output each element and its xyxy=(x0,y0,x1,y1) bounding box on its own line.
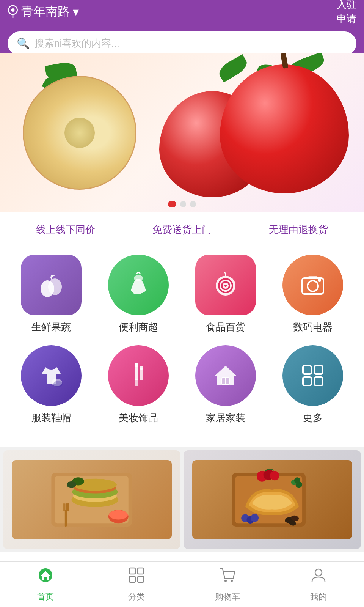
category-row-1: 生鲜果蔬 便利商超 食品百货 xyxy=(8,255,356,334)
category-label-digital: 数码电器 xyxy=(293,321,333,334)
promo-tags: 线上线下同价 免费送货上门 无理由退换货 xyxy=(0,212,364,247)
svg-rect-26 xyxy=(303,377,311,385)
category-label-more: 更多 xyxy=(303,411,323,425)
location-area[interactable]: 青年南路 ▾ xyxy=(8,3,79,20)
svg-point-64 xyxy=(231,580,233,582)
category-label-home: 家居家装 xyxy=(206,411,245,425)
search-icon: 🔍 xyxy=(17,37,30,50)
dot-2[interactable] xyxy=(180,201,186,207)
svg-point-4 xyxy=(48,278,62,295)
nav-profile[interactable]: 我的 xyxy=(273,566,364,602)
category-convenience[interactable]: 便利商超 xyxy=(100,255,176,334)
profile-icon xyxy=(310,566,327,588)
category-clothing[interactable]: 服装鞋帽 xyxy=(13,345,89,425)
register-button[interactable]: 入驻 申请 xyxy=(337,0,356,25)
category-food[interactable]: 食品百货 xyxy=(188,255,264,334)
category-icon-more xyxy=(282,345,343,406)
category-label-food: 食品百货 xyxy=(206,321,245,334)
category-icon-fresh xyxy=(21,255,82,315)
food-card-sandwich[interactable] xyxy=(3,450,180,549)
header: 青年南路 ▾ 入驻 申请 🔍 搜索ni喜欢的内容... xyxy=(0,0,364,53)
category-beauty[interactable]: 美妆饰品 xyxy=(100,345,176,425)
location-icon xyxy=(8,5,18,18)
svg-rect-13 xyxy=(308,276,317,279)
svg-point-42 xyxy=(67,481,77,488)
svg-point-40 xyxy=(109,510,128,519)
food-board-left xyxy=(12,460,171,539)
category-more[interactable]: 更多 xyxy=(275,345,351,425)
promo-tag-1: 线上线下同价 xyxy=(36,223,95,236)
svg-point-63 xyxy=(224,580,227,582)
svg-point-47 xyxy=(270,471,280,480)
svg-rect-61 xyxy=(129,576,135,582)
svg-point-15 xyxy=(53,381,63,387)
red-apple-big xyxy=(220,64,349,193)
svg-rect-19 xyxy=(140,368,143,380)
svg-rect-25 xyxy=(314,366,323,374)
bottom-nav: 首页 分类 购物车 我的 xyxy=(0,561,364,607)
search-placeholder: 搜索ni喜欢的内容... xyxy=(35,37,119,50)
leaf-decoration xyxy=(216,54,250,83)
category-label-clothing: 服装鞋帽 xyxy=(31,411,71,425)
category-label-beauty: 美妆饰品 xyxy=(119,411,158,425)
svg-rect-59 xyxy=(129,568,135,574)
category-icon-clothing xyxy=(21,345,82,406)
category-label-fresh: 生鲜果蔬 xyxy=(31,321,71,334)
svg-rect-18 xyxy=(135,379,138,386)
svg-rect-58 xyxy=(44,577,47,580)
banner-dots[interactable] xyxy=(168,201,196,207)
category-fresh[interactable]: 生鲜果蔬 xyxy=(13,255,89,334)
promo-tag-2: 免费送货上门 xyxy=(152,223,212,236)
category-home[interactable]: 家居家装 xyxy=(188,345,264,425)
nav-category[interactable]: 分类 xyxy=(91,566,182,602)
svg-point-12 xyxy=(318,279,321,282)
dot-1[interactable] xyxy=(168,201,176,207)
svg-point-65 xyxy=(315,569,322,576)
category-grid: 生鲜果蔬 便利商超 食品百货 xyxy=(0,247,364,447)
svg-point-1 xyxy=(11,8,15,12)
dot-3[interactable] xyxy=(190,201,196,207)
food-board-right xyxy=(192,460,352,539)
banner-fruit-display xyxy=(0,53,364,212)
svg-rect-20 xyxy=(140,366,143,370)
svg-rect-60 xyxy=(138,568,144,574)
category-nav-icon xyxy=(128,566,145,588)
svg-rect-38 xyxy=(67,503,69,511)
hero-banner xyxy=(0,53,364,212)
category-icon-beauty xyxy=(108,345,169,406)
svg-point-9 xyxy=(224,285,227,287)
svg-rect-27 xyxy=(314,377,323,385)
svg-point-50 xyxy=(251,514,259,522)
svg-rect-37 xyxy=(66,503,67,511)
nav-category-label: 分类 xyxy=(128,591,145,602)
category-icon-convenience xyxy=(108,255,169,315)
nav-home[interactable]: 首页 xyxy=(0,566,91,602)
svg-rect-17 xyxy=(135,363,138,367)
home-icon xyxy=(37,566,54,588)
food-banners xyxy=(0,447,364,552)
food-card-croissant[interactable] xyxy=(184,450,361,549)
svg-rect-36 xyxy=(64,503,65,511)
category-label-convenience: 便利商超 xyxy=(119,321,158,334)
nav-cart[interactable]: 购物车 xyxy=(182,566,273,602)
cart-icon xyxy=(219,566,236,588)
promo-tag-3: 无理由退换货 xyxy=(269,223,328,236)
nav-home-label: 首页 xyxy=(37,591,54,602)
category-icon-food xyxy=(195,255,256,315)
category-row-2: 服装鞋帽 美妆饰品 xyxy=(8,345,356,425)
location-arrow: ▾ xyxy=(73,5,79,19)
svg-point-5 xyxy=(134,275,143,281)
search-bar[interactable]: 🔍 搜索ni喜欢的内容... xyxy=(8,31,356,55)
svg-rect-24 xyxy=(303,366,311,374)
apple-slice xyxy=(23,76,136,190)
svg-point-11 xyxy=(308,281,318,291)
location-text: 青年南路 xyxy=(21,3,70,20)
category-icon-digital xyxy=(282,255,343,315)
svg-point-56 xyxy=(294,477,300,483)
svg-rect-62 xyxy=(138,576,144,582)
category-digital[interactable]: 数码电器 xyxy=(275,255,351,334)
svg-rect-35 xyxy=(65,510,67,527)
nav-cart-label: 购物车 xyxy=(215,591,240,602)
nav-profile-label: 我的 xyxy=(310,591,327,602)
category-icon-home xyxy=(195,345,256,406)
